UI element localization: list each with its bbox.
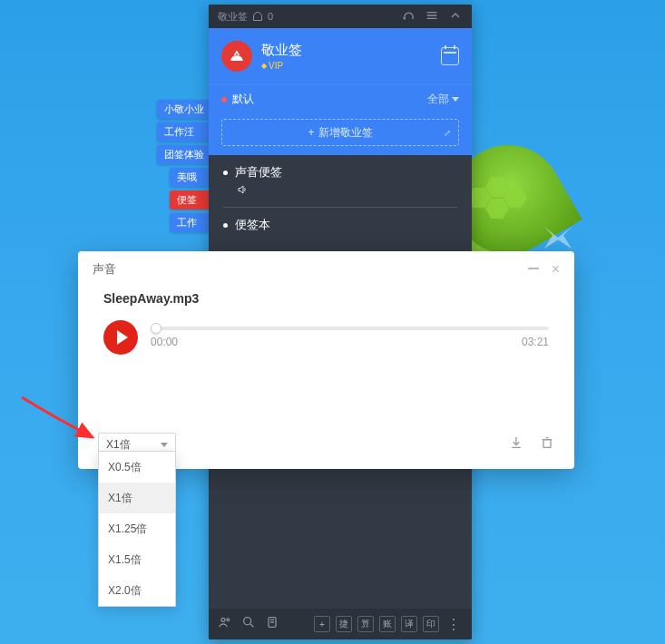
shortcut-button[interactable]: 捷 — [336, 616, 352, 632]
speed-option[interactable]: X0.5倍 — [99, 452, 175, 483]
plus-icon: + — [308, 126, 314, 139]
note-list: 声音便签 便签本 — [209, 155, 472, 242]
speed-option[interactable]: X2.0倍 — [99, 575, 175, 606]
sound-dialog: 声音 × SleepAway.mp3 00:00 03:21 X1倍 — [78, 251, 574, 469]
print-button[interactable]: 印 — [423, 616, 439, 632]
note-item[interactable]: 声音便签 — [209, 155, 472, 207]
account-button[interactable]: 账 — [379, 616, 396, 632]
expand-icon[interactable]: ⤢ — [444, 128, 451, 138]
note-item[interactable]: 便签本 — [209, 208, 472, 242]
svg-point-2 — [244, 618, 251, 625]
side-tab[interactable]: 美哦 — [170, 168, 211, 187]
app-name: 敬业签 — [261, 42, 302, 59]
clipboard-icon[interactable] — [265, 615, 279, 633]
chevron-down-icon — [452, 97, 459, 102]
calc-button[interactable]: 算 — [357, 616, 374, 632]
filter-dropdown[interactable]: 全部 — [427, 92, 459, 107]
bell-count: 0 — [268, 11, 273, 22]
side-category-tabs: 小敬小业 工作汪 团签体验 美哦 便签 工作 — [157, 100, 211, 236]
annotation-arrow — [18, 390, 100, 454]
contacts-icon[interactable] — [218, 615, 232, 633]
play-icon — [117, 330, 128, 345]
app-logo — [221, 41, 252, 72]
play-button[interactable] — [103, 320, 138, 355]
side-tab[interactable]: 工作汪 — [157, 122, 211, 141]
duration: 03:21 — [522, 336, 549, 348]
sound-icon[interactable] — [236, 184, 457, 198]
note-title: 便签本 — [235, 218, 270, 231]
calendar-icon[interactable] — [441, 47, 459, 65]
current-time: 00:00 — [151, 336, 178, 348]
note-title: 声音便签 — [235, 165, 282, 179]
speed-selected-label: X1倍 — [106, 437, 131, 453]
app-title: 敬业签 — [218, 10, 248, 24]
side-tab[interactable]: 便签 — [170, 190, 211, 210]
chevron-down-icon — [161, 443, 168, 447]
speed-dropdown: X0.5倍 X1倍 X1.25倍 X1.5倍 X2.0倍 — [98, 451, 176, 607]
delete-button[interactable] — [540, 435, 554, 454]
speed-option[interactable]: X1倍 — [99, 483, 175, 513]
more-icon[interactable]: ⋮ — [445, 616, 463, 633]
app-titlebar: 敬业签 0 — [209, 5, 472, 28]
audio-player: 00:00 03:21 — [78, 320, 574, 355]
bell-icon[interactable] — [253, 12, 262, 21]
add-note-label: 新增敬业签 — [318, 125, 373, 141]
app-bottom-toolbar: + 捷 算 账 译 印 ⋮ — [209, 609, 472, 639]
audio-filename: SleepAway.mp3 — [78, 288, 574, 320]
vip-badge: VIP — [261, 61, 302, 71]
dialog-title: 声音 — [93, 261, 116, 278]
app-header: 敬业签 VIP — [209, 28, 472, 84]
minimize-button[interactable] — [528, 262, 539, 277]
speed-option[interactable]: X1.5倍 — [99, 544, 175, 575]
category-bar: 默认 全部 — [209, 84, 472, 113]
category-name[interactable]: 默认 — [232, 92, 254, 107]
add-note-button[interactable]: + 新增敬业签 ⤢ — [221, 119, 459, 146]
side-tab[interactable]: 小敬小业 — [157, 100, 211, 119]
svg-point-0 — [221, 618, 225, 621]
sync-icon[interactable] — [401, 8, 416, 24]
filter-label: 全部 — [427, 92, 449, 107]
menu-icon[interactable] — [425, 8, 439, 24]
svg-rect-4 — [543, 440, 551, 448]
close-button[interactable]: × — [552, 262, 560, 277]
search-icon[interactable] — [241, 615, 256, 633]
seek-thumb[interactable] — [151, 323, 161, 334]
collapse-icon[interactable] — [448, 8, 463, 24]
side-tab[interactable]: 团签体验 — [157, 145, 211, 164]
seek-track[interactable] — [151, 327, 549, 330]
svg-point-1 — [227, 619, 230, 621]
speed-option[interactable]: X1.25倍 — [99, 513, 175, 544]
download-button[interactable] — [509, 435, 523, 454]
side-tab[interactable]: 工作 — [170, 213, 211, 232]
add-square-button[interactable]: + — [314, 616, 330, 632]
category-dot — [221, 97, 227, 102]
translate-button[interactable]: 译 — [401, 616, 417, 632]
